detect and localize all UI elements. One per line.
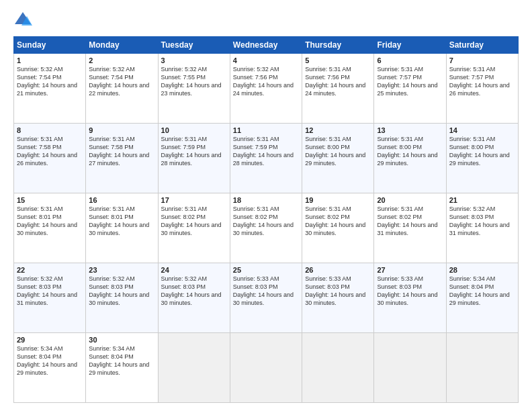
calendar-header-friday: Friday — [374, 37, 446, 54]
daylight-label: Daylight: 14 hours and 28 minutes. — [233, 152, 294, 167]
calendar-cell — [158, 333, 230, 403]
sunset-label: Sunset: 7:56 PM — [305, 74, 350, 81]
daylight-label: Daylight: 14 hours and 30 minutes. — [305, 222, 365, 236]
calendar-cell: 30 Sunrise: 5:34 AM Sunset: 8:04 PM Dayl… — [86, 333, 158, 403]
calendar-cell: 21 Sunrise: 5:32 AM Sunset: 8:03 PM Dayl… — [446, 193, 518, 263]
day-number: 25 — [233, 266, 299, 274]
sunset-label: Sunset: 7:59 PM — [161, 144, 206, 150]
calendar-row-4: 29 Sunrise: 5:34 AM Sunset: 8:04 PM Dayl… — [14, 333, 519, 403]
cell-info: Sunrise: 5:31 AM Sunset: 7:58 PM Dayligh… — [17, 135, 83, 168]
cell-info: Sunrise: 5:32 AM Sunset: 7:54 PM Dayligh… — [17, 65, 83, 98]
daylight-label: Daylight: 14 hours and 30 minutes. — [161, 291, 222, 306]
calendar-cell: 27 Sunrise: 5:33 AM Sunset: 8:03 PM Dayl… — [374, 263, 446, 333]
daylight-label: Daylight: 14 hours and 26 minutes. — [449, 82, 510, 97]
sunset-label: Sunset: 7:55 PM — [161, 74, 206, 81]
day-number: 29 — [17, 336, 83, 344]
day-number: 1 — [17, 56, 83, 64]
calendar-cell — [302, 333, 374, 403]
daylight-label: Daylight: 14 hours and 29 minutes. — [305, 152, 365, 167]
day-number: 26 — [305, 266, 371, 274]
calendar-row-3: 22 Sunrise: 5:32 AM Sunset: 8:03 PM Dayl… — [14, 263, 519, 333]
sunrise-label: Sunrise: 5:31 AM — [17, 205, 63, 212]
daylight-label: Daylight: 14 hours and 30 minutes. — [377, 291, 437, 306]
day-number: 6 — [377, 56, 443, 64]
header — [13, 11, 519, 30]
cell-info: Sunrise: 5:31 AM Sunset: 8:02 PM Dayligh… — [305, 205, 371, 238]
cell-info: Sunrise: 5:32 AM Sunset: 7:56 PM Dayligh… — [233, 65, 299, 98]
cell-info: Sunrise: 5:31 AM Sunset: 8:02 PM Dayligh… — [161, 205, 227, 238]
sunset-label: Sunset: 8:01 PM — [89, 214, 134, 220]
day-number: 21 — [449, 196, 515, 204]
sunrise-label: Sunrise: 5:31 AM — [377, 66, 423, 73]
sunrise-label: Sunrise: 5:31 AM — [161, 205, 208, 212]
calendar-cell: 26 Sunrise: 5:33 AM Sunset: 8:03 PM Dayl… — [302, 263, 374, 333]
calendar-cell: 16 Sunrise: 5:31 AM Sunset: 8:01 PM Dayl… — [86, 193, 158, 263]
cell-info: Sunrise: 5:31 AM Sunset: 8:02 PM Dayligh… — [233, 205, 299, 238]
cell-info: Sunrise: 5:32 AM Sunset: 8:03 PM Dayligh… — [161, 275, 227, 308]
day-number: 30 — [89, 336, 154, 344]
sunset-label: Sunset: 8:03 PM — [449, 214, 494, 220]
daylight-label: Daylight: 14 hours and 29 minutes. — [377, 152, 437, 167]
sunrise-label: Sunrise: 5:31 AM — [233, 136, 279, 142]
day-number: 3 — [161, 56, 227, 64]
page: SundayMondayTuesdayWednesdayThursdayFrid… — [0, 0, 532, 411]
sunset-label: Sunset: 7:56 PM — [233, 74, 278, 81]
cell-info: Sunrise: 5:31 AM Sunset: 8:01 PM Dayligh… — [89, 205, 154, 238]
day-number: 12 — [305, 126, 371, 134]
sunrise-label: Sunrise: 5:33 AM — [233, 275, 279, 282]
sunrise-label: Sunrise: 5:31 AM — [377, 205, 423, 212]
cell-info: Sunrise: 5:34 AM Sunset: 8:04 PM Dayligh… — [17, 345, 83, 377]
sunrise-label: Sunrise: 5:34 AM — [89, 345, 135, 352]
day-number: 7 — [449, 56, 515, 64]
calendar-cell: 19 Sunrise: 5:31 AM Sunset: 8:02 PM Dayl… — [302, 193, 374, 263]
cell-info: Sunrise: 5:33 AM Sunset: 8:03 PM Dayligh… — [233, 275, 299, 308]
calendar-cell: 10 Sunrise: 5:31 AM Sunset: 7:59 PM Dayl… — [158, 124, 230, 193]
cell-info: Sunrise: 5:31 AM Sunset: 8:00 PM Dayligh… — [305, 135, 371, 168]
logo-icon — [13, 11, 32, 30]
sunset-label: Sunset: 8:03 PM — [161, 283, 206, 290]
cell-info: Sunrise: 5:34 AM Sunset: 8:04 PM Dayligh… — [89, 345, 154, 377]
calendar-header-saturday: Saturday — [446, 37, 518, 54]
day-number: 27 — [377, 266, 443, 274]
sunrise-label: Sunrise: 5:31 AM — [233, 205, 279, 212]
sunset-label: Sunset: 8:03 PM — [89, 283, 134, 290]
daylight-label: Daylight: 14 hours and 24 minutes. — [305, 82, 365, 97]
day-number: 14 — [449, 126, 515, 134]
sunset-label: Sunset: 8:01 PM — [17, 214, 62, 220]
daylight-label: Daylight: 14 hours and 30 minutes. — [233, 291, 294, 306]
day-number: 18 — [233, 196, 299, 204]
sunset-label: Sunset: 7:58 PM — [89, 144, 134, 150]
calendar-cell: 28 Sunrise: 5:34 AM Sunset: 8:04 PM Dayl… — [446, 263, 518, 333]
sunrise-label: Sunrise: 5:32 AM — [161, 66, 208, 73]
sunrise-label: Sunrise: 5:31 AM — [161, 136, 208, 142]
cell-info: Sunrise: 5:31 AM Sunset: 7:56 PM Dayligh… — [305, 65, 371, 98]
cell-info: Sunrise: 5:32 AM Sunset: 7:54 PM Dayligh… — [89, 65, 154, 98]
cell-info: Sunrise: 5:33 AM Sunset: 8:03 PM Dayligh… — [377, 275, 443, 308]
calendar-row-1: 8 Sunrise: 5:31 AM Sunset: 7:58 PM Dayli… — [14, 124, 519, 193]
sunrise-label: Sunrise: 5:31 AM — [305, 205, 351, 212]
sunrise-label: Sunrise: 5:31 AM — [377, 136, 423, 142]
sunset-label: Sunset: 8:03 PM — [233, 283, 278, 290]
cell-info: Sunrise: 5:31 AM Sunset: 8:00 PM Dayligh… — [377, 135, 443, 168]
cell-info: Sunrise: 5:33 AM Sunset: 8:03 PM Dayligh… — [305, 275, 371, 308]
calendar-cell: 17 Sunrise: 5:31 AM Sunset: 8:02 PM Dayl… — [158, 193, 230, 263]
day-number: 11 — [233, 126, 299, 134]
daylight-label: Daylight: 14 hours and 30 minutes. — [305, 291, 365, 306]
cell-info: Sunrise: 5:31 AM Sunset: 7:59 PM Dayligh… — [161, 135, 227, 168]
sunrise-label: Sunrise: 5:32 AM — [89, 66, 135, 73]
calendar-cell: 6 Sunrise: 5:31 AM Sunset: 7:57 PM Dayli… — [374, 54, 446, 124]
sunset-label: Sunset: 8:03 PM — [305, 283, 350, 290]
sunset-label: Sunset: 7:58 PM — [17, 144, 62, 150]
sunset-label: Sunset: 8:00 PM — [449, 144, 494, 150]
calendar-cell: 24 Sunrise: 5:32 AM Sunset: 8:03 PM Dayl… — [158, 263, 230, 333]
calendar-cell: 29 Sunrise: 5:34 AM Sunset: 8:04 PM Dayl… — [14, 333, 86, 403]
sunrise-label: Sunrise: 5:34 AM — [17, 345, 63, 352]
calendar-header-wednesday: Wednesday — [230, 37, 302, 54]
sunrise-label: Sunrise: 5:32 AM — [17, 275, 63, 282]
daylight-label: Daylight: 14 hours and 24 minutes. — [233, 82, 294, 97]
calendar-cell: 23 Sunrise: 5:32 AM Sunset: 8:03 PM Dayl… — [86, 263, 158, 333]
sunset-label: Sunset: 8:04 PM — [449, 283, 494, 290]
daylight-label: Daylight: 14 hours and 23 minutes. — [161, 82, 222, 97]
day-number: 13 — [377, 126, 443, 134]
sunset-label: Sunset: 8:03 PM — [377, 283, 422, 290]
